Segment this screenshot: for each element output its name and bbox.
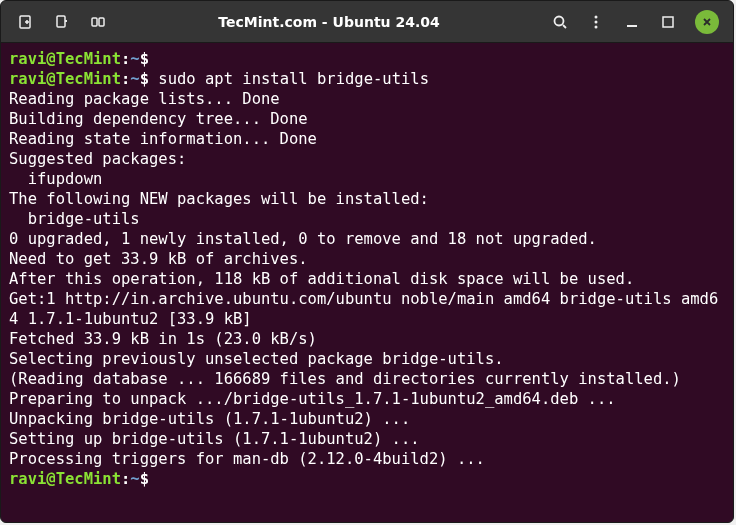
output-line: Suggested packages: xyxy=(9,149,725,169)
output-line: ifupdown xyxy=(9,169,725,189)
titlebar-right-controls xyxy=(551,10,723,34)
output-line: 0 upgraded, 1 newly installed, 0 to remo… xyxy=(9,229,725,249)
svg-rect-8 xyxy=(663,17,673,27)
output-line: (Reading database ... 166689 files and d… xyxy=(9,369,725,389)
prompt-path: ~ xyxy=(130,470,139,488)
new-tab-icon[interactable] xyxy=(17,13,35,31)
close-icon[interactable] xyxy=(695,10,719,34)
svg-point-5 xyxy=(595,15,598,18)
prompt-symbol: $ xyxy=(140,50,149,68)
maximize-icon[interactable] xyxy=(659,13,677,31)
svg-rect-2 xyxy=(92,18,97,26)
output-line: Setting up bridge-utils (1.7.1-1ubuntu2)… xyxy=(9,429,725,449)
menu-icon[interactable] xyxy=(587,13,605,31)
prompt-user: ravi@TecMint xyxy=(9,470,121,488)
output-line: The following NEW packages will be insta… xyxy=(9,189,725,209)
output-line: bridge-utils xyxy=(9,209,725,229)
terminal-window: TecMint.com - Ubuntu 24.04 xyxy=(0,0,734,523)
output-line: Reading state information... Done xyxy=(9,129,725,149)
output-line: Need to get 33.9 kB of archives. xyxy=(9,249,725,269)
svg-rect-1 xyxy=(57,16,65,27)
svg-point-4 xyxy=(555,16,564,25)
output-line: Get:1 http://in.archive.ubuntu.com/ubunt… xyxy=(9,289,725,329)
prompt-sep: : xyxy=(121,70,130,88)
prompt-user: ravi@TecMint xyxy=(9,70,121,88)
output-line: After this operation, 118 kB of addition… xyxy=(9,269,725,289)
command-text: sudo apt install bridge-utils xyxy=(158,70,429,88)
prompt-symbol: $ xyxy=(140,70,149,88)
output-line: Processing triggers for man-db (2.12.0-4… xyxy=(9,449,725,469)
split-icon[interactable] xyxy=(89,13,107,31)
prompt-user: ravi@TecMint xyxy=(9,50,121,68)
prompt-sep: : xyxy=(121,50,130,68)
prompt-symbol: $ xyxy=(140,470,149,488)
prompt-path: ~ xyxy=(130,50,139,68)
new-window-icon[interactable] xyxy=(53,13,71,31)
output-line: Building dependency tree... Done xyxy=(9,109,725,129)
output-line: Preparing to unpack .../bridge-utils_1.7… xyxy=(9,389,725,409)
svg-point-6 xyxy=(595,20,598,23)
svg-rect-3 xyxy=(99,18,104,26)
prompt-sep: : xyxy=(121,470,130,488)
minimize-icon[interactable] xyxy=(623,13,641,31)
output-line: Reading package lists... Done xyxy=(9,89,725,109)
svg-point-7 xyxy=(595,25,598,28)
prompt-path: ~ xyxy=(130,70,139,88)
terminal-body[interactable]: ravi@TecMint:~$ ravi@TecMint:~$ sudo apt… xyxy=(1,43,733,522)
output-line: Unpacking bridge-utils (1.7.1-1ubuntu2) … xyxy=(9,409,725,429)
search-icon[interactable] xyxy=(551,13,569,31)
titlebar: TecMint.com - Ubuntu 24.04 xyxy=(1,1,733,43)
titlebar-left-controls xyxy=(11,13,107,31)
output-line: Fetched 33.9 kB in 1s (23.0 kB/s) xyxy=(9,329,725,349)
output-line: Selecting previously unselected package … xyxy=(9,349,725,369)
window-title: TecMint.com - Ubuntu 24.04 xyxy=(115,14,543,30)
